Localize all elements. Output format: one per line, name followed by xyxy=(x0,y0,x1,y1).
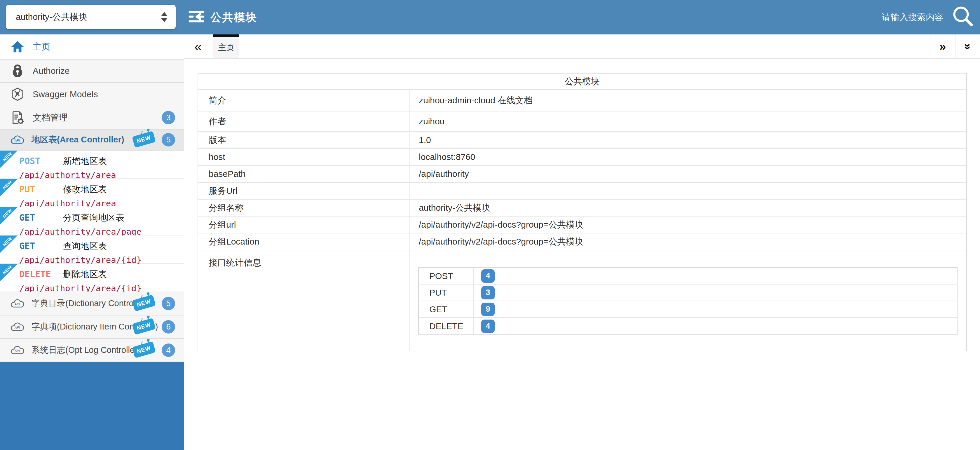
endpoint-post-area[interactable]: NEW POST 新增地区表 /api/authority/area xyxy=(0,151,184,179)
stats-row: POST 4 xyxy=(419,268,957,285)
row-label: 简介 xyxy=(198,90,410,111)
table-row: basePath /api/authority xyxy=(198,166,966,183)
stats-method: GET xyxy=(419,301,474,317)
new-tag-icon: NEW xyxy=(132,131,156,148)
new-ribbon-icon: NEW xyxy=(0,207,18,225)
tabs-collapse-down-icon[interactable]: » xyxy=(955,35,980,58)
sidebar-item-label: 文档管理 xyxy=(33,112,68,124)
stats-row: PUT 3 xyxy=(419,285,957,301)
endpoint-path: /api/authority/area/{id} xyxy=(19,283,184,293)
swagger-doc-app: authority-公共模块 公共模块 请输入搜索内 xyxy=(0,0,980,450)
row-label: 分组Location xyxy=(198,234,410,250)
tab-bar: « 主页 » » xyxy=(184,35,980,59)
table-row: 分组名称 authority-公共模块 xyxy=(198,200,966,216)
tabs-scroll-right-icon[interactable]: » xyxy=(930,35,955,58)
row-value: /api/authority/v2/api-docs?group=公共模块 xyxy=(410,216,966,233)
top-header-bar: authority-公共模块 公共模块 请输入搜索内 xyxy=(0,0,980,35)
method-label: GET xyxy=(19,241,63,251)
row-value: /api/authority/v2/api-docs?group=公共模块 xyxy=(410,234,966,250)
sidebar-item-doc-manage[interactable]: 文档管理 3 xyxy=(0,106,184,130)
new-ribbon-icon: NEW xyxy=(0,179,18,196)
svg-text:API: API xyxy=(14,303,20,306)
new-ribbon-icon: NEW xyxy=(0,264,18,281)
tab-home[interactable]: 主页 xyxy=(213,35,239,58)
new-ribbon-icon: NEW xyxy=(0,235,18,253)
page-title: 公共模块 xyxy=(210,10,257,25)
row-value: localhost:8760 xyxy=(410,149,966,165)
svg-text:API: API xyxy=(14,326,20,329)
stats-count-chip: 4 xyxy=(481,320,495,333)
endpoint-put-area[interactable]: NEW PUT 修改地区表 /api/authority/area xyxy=(0,179,184,207)
endpoint-name: 查询地区表 xyxy=(63,240,107,252)
endpoint-name: 分页查询地区表 xyxy=(63,212,124,224)
sidebar: 主页 Authorize xyxy=(0,35,184,450)
row-label: 接口统计信息 xyxy=(198,250,410,351)
table-row: 分组Location /api/authority/v2/api-docs?gr… xyxy=(198,234,966,250)
row-value: 1.0 xyxy=(410,132,966,148)
sidebar-controller-opt-log[interactable]: API 系统日志(Opt Log Controller) NEW 4 xyxy=(0,339,184,362)
endpoint-get-area-id[interactable]: NEW GET 查询地区表 /api/authority/area/{id} xyxy=(0,235,184,264)
endpoint-path: /api/authority/area/{id} xyxy=(19,255,184,265)
tab-label: 主页 xyxy=(218,42,234,53)
sidebar-item-swagger-models[interactable]: Swagger Models xyxy=(0,83,184,106)
controller-label: 字典目录(Dictionary Controller) xyxy=(32,298,148,309)
stats-method: PUT xyxy=(419,285,474,301)
new-tag-icon: NEW xyxy=(132,342,156,358)
api-count-badge: 3 xyxy=(162,111,175,124)
row-label: host xyxy=(198,149,410,165)
row-label: 作者 xyxy=(198,111,410,131)
cloud-api-icon: API xyxy=(10,321,25,333)
table-row: 版本 1.0 xyxy=(198,132,966,149)
table-row-stats: 接口统计信息 POST 4 PUT 3 GET 9 xyxy=(198,250,966,351)
sidebar-item-home[interactable]: 主页 xyxy=(0,35,184,60)
endpoint-path: /api/authority/area/page xyxy=(19,227,184,237)
search-input[interactable]: 请输入搜索内容 xyxy=(882,11,943,23)
row-value: authority-公共模块 xyxy=(410,200,966,216)
stats-method: DELETE xyxy=(419,318,474,334)
stats-count-chip: 9 xyxy=(481,303,495,316)
table-row: 简介 zuihou-admin-cloud 在线文档 xyxy=(198,90,966,111)
row-value: zuihou xyxy=(410,111,966,131)
sidebar-controller-area[interactable]: API 地区表(Area Controller) NEW 5 xyxy=(0,130,184,151)
cloud-api-icon: API xyxy=(10,134,25,146)
main-content: « 主页 » » 公共模块 简介 zuihou-admin-cloud 在线文档… xyxy=(184,35,980,450)
sidebar-item-label: Swagger Models xyxy=(33,89,98,99)
table-row: 服务Url xyxy=(198,183,966,200)
endpoint-name: 删除地区表 xyxy=(63,269,107,280)
tab-controls: » » xyxy=(930,35,980,58)
row-label: 分组url xyxy=(198,216,410,233)
sidebar-controller-dictionary[interactable]: API 字典目录(Dictionary Controller) NEW 5 xyxy=(0,292,184,315)
row-value: zuihou-admin-cloud 在线文档 xyxy=(410,90,966,111)
row-label: 分组名称 xyxy=(198,200,410,216)
sidebar-item-label: Authorize xyxy=(33,66,70,76)
tabs-scroll-left-icon[interactable]: « xyxy=(194,38,202,54)
row-label: 版本 xyxy=(198,132,410,148)
stats-method: POST xyxy=(419,268,474,284)
stats-count-chip: 4 xyxy=(481,269,495,283)
row-value: /api/authority xyxy=(410,166,966,182)
api-group-select[interactable]: authority-公共模块 xyxy=(6,5,176,29)
search-icon[interactable] xyxy=(951,5,974,29)
endpoint-name: 修改地区表 xyxy=(63,184,107,196)
method-label: PUT xyxy=(19,184,63,194)
svg-text:API: API xyxy=(14,139,20,142)
document-gear-icon xyxy=(10,111,25,125)
method-label: GET xyxy=(19,213,63,223)
sidebar-item-authorize[interactable]: Authorize xyxy=(0,60,184,83)
sidebar-controller-dictionary-item[interactable]: API 字典项(Dictionary Item Controller) NEW … xyxy=(0,315,184,339)
module-info-table: 公共模块 简介 zuihou-admin-cloud 在线文档 作者 zuiho… xyxy=(197,73,967,351)
lock-icon xyxy=(10,64,25,78)
endpoint-get-area-page[interactable]: NEW GET 分页查询地区表 /api/authority/area/page xyxy=(0,207,184,235)
endpoint-name: 新增地区表 xyxy=(63,155,107,167)
stats-row: GET 9 xyxy=(419,301,957,318)
row-value xyxy=(410,183,966,199)
table-row: 分组url /api/authority/v2/api-docs?group=公… xyxy=(198,216,966,234)
svg-text:API: API xyxy=(14,349,20,353)
endpoint-delete-area[interactable]: NEW DELETE 删除地区表 /api/authority/area/{id… xyxy=(0,264,184,292)
api-count-badge: 4 xyxy=(162,343,175,357)
method-stats-table: POST 4 PUT 3 GET 9 DELETE xyxy=(418,267,958,335)
header-search: 请输入搜索内容 xyxy=(882,0,974,35)
method-label: DELETE xyxy=(19,269,63,279)
row-label: 服务Url xyxy=(198,183,410,199)
new-ribbon-icon: NEW xyxy=(0,151,18,168)
